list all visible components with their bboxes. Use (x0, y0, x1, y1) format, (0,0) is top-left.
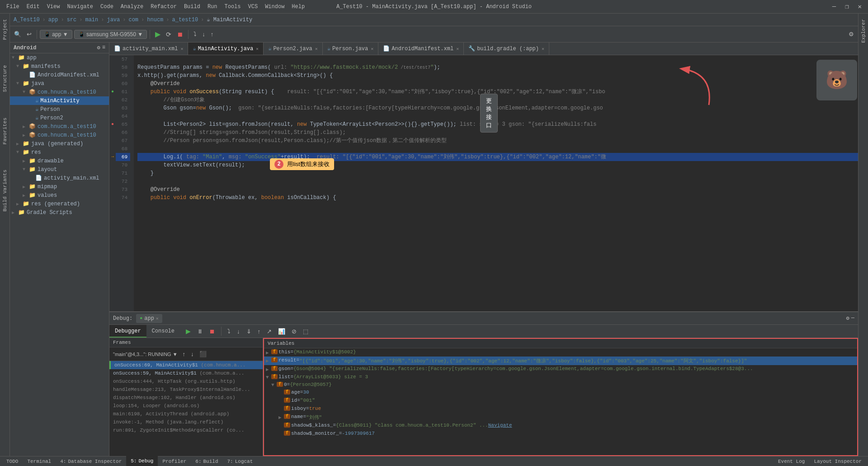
restore-layout-btn[interactable]: ⬚ (301, 327, 311, 336)
nav-hnucm[interactable]: hnucm (147, 17, 163, 23)
buildvariants-tool[interactable]: Build Variants (0, 166, 9, 215)
nav-mainactivity[interactable]: ☕ MainActivity (207, 16, 252, 23)
menu-navigate[interactable]: Navigate (64, 3, 96, 11)
gutter-breakpoint-65[interactable]: ● (109, 120, 116, 128)
var-age[interactable]: ▶ f age = 30 (264, 389, 857, 397)
sidebar-collapse-btn[interactable]: ≡ (102, 44, 105, 51)
frame-item-run[interactable]: run:891, ZygoteInit$MethodArgsCallerr (c… (109, 426, 263, 434)
tab-close-btn[interactable]: ✕ (180, 46, 183, 52)
menu-refactor[interactable]: Refactor (148, 3, 179, 11)
var-id[interactable]: ▶ f id = "001" (264, 397, 857, 405)
var-shadow-monitor[interactable]: ▶ f shadow$_monitor_ = -1997309617 (264, 430, 857, 438)
frame-item-taskproxy[interactable]: handleMessage:213, TaskProxy$InternalHan… (109, 385, 263, 394)
tree-gradle-scripts[interactable]: ▶ 📁 Gradle Scripts (10, 208, 109, 217)
tree-drawable[interactable]: ▶ 📁 drawable (10, 157, 109, 165)
frame-item-onsuccess-69[interactable]: onSuccess:69, MainActivity$1 (com.hnucm.… (109, 361, 263, 369)
tab-close-btn[interactable]: ✕ (315, 46, 318, 52)
var-list-0[interactable]: ▼ f 0 = {Person2@5057} (264, 381, 857, 389)
tab-terminal[interactable]: Terminal (23, 456, 56, 466)
debug-close-icon[interactable]: ✕ (156, 316, 159, 321)
nav-app[interactable]: app (48, 17, 58, 23)
tree-person[interactable]: ☕ Person (10, 105, 109, 114)
tab-androidmanifest[interactable]: 📄 AndroidManifest.xml ✕ (378, 43, 464, 55)
menu-build[interactable]: Build (181, 3, 203, 11)
minimize-button[interactable]: — (830, 2, 839, 11)
stop-debug-btn[interactable]: ⏹ (207, 327, 217, 336)
step-out[interactable]: ↑ (208, 29, 216, 39)
mute-breakpoints-btn[interactable]: ⊘ (289, 327, 299, 336)
tree-activity-main-xml[interactable]: 📄 activity_main.xml (10, 174, 109, 182)
force-step-into-btn[interactable]: ⇓ (244, 327, 254, 336)
frame-item-onsuccess-59[interactable]: onSuccess:59, MainActivity$1 (com.hnucm.… (109, 369, 263, 377)
step-over-btn[interactable]: ⤵ (225, 327, 233, 336)
step-over[interactable]: ⤵ (191, 29, 199, 39)
frames-up-btn[interactable]: ↑ (180, 349, 188, 359)
nav-java[interactable]: java (107, 17, 120, 23)
menu-vcs[interactable]: VCS (245, 3, 261, 11)
debug-settings-btn[interactable]: ⚙ (846, 315, 849, 322)
tab-database-inspector[interactable]: 4: Database Inspector (56, 456, 126, 466)
maximize-button[interactable]: ❐ (842, 2, 851, 11)
var-this[interactable]: ▶ f this = {MainActivity$1@5002} (264, 348, 857, 357)
nav-src[interactable]: src (67, 17, 77, 23)
app-selector[interactable]: 📱 app ▼ (40, 30, 72, 39)
var-result[interactable]: ▶ f result = "[{"id":"001","age":30,"nam… (264, 357, 857, 365)
nav-main[interactable]: main (85, 17, 98, 23)
frame-item-dispatchmessage[interactable]: dispatchMessage:102, Handler (android.os… (109, 394, 263, 402)
tree-manifests[interactable]: ▼ 📁 manifests (10, 62, 109, 71)
search-everywhere-btn[interactable]: 🔍 (12, 29, 24, 39)
debug-minimize-btn[interactable]: — (851, 315, 854, 322)
var-shadow-klass[interactable]: ▶ f shadow$_klass_ = {Class@5011} "class… (264, 422, 857, 430)
tab-eventlog[interactable]: Event Log (774, 456, 809, 466)
navigate-link[interactable]: Navigate (488, 423, 512, 428)
project-tool[interactable]: Project (0, 15, 9, 43)
resume-btn[interactable]: ▶ (184, 326, 193, 336)
step-into[interactable]: ↓ (200, 29, 208, 39)
tab-layout-inspector[interactable]: Layout Inspector (809, 456, 866, 466)
tree-package-test1[interactable]: ▶ 📦 com.hnucm.a_test10 (10, 122, 109, 131)
tab-todo[interactable]: TODO (2, 456, 23, 466)
var-gson[interactable]: ▶ f gson = {Gson@5004} "{serializeNulls:… (264, 365, 857, 373)
menu-window[interactable]: Window (262, 3, 287, 11)
debug-app-tab[interactable]: ● app ✕ (136, 314, 162, 323)
console-tab[interactable]: Console (146, 325, 180, 338)
tree-mainactivity[interactable]: ☕ MainActivity (10, 96, 109, 105)
sidebar-config-btn[interactable]: ⚙ (97, 44, 100, 51)
menu-view[interactable]: View (44, 3, 63, 11)
nav-com[interactable]: com (128, 17, 138, 23)
tab-profiler[interactable]: Profiler (158, 456, 191, 466)
undo-btn[interactable]: ↩ (24, 29, 34, 39)
menu-analyze[interactable]: Analyze (118, 3, 146, 11)
tree-mipmap[interactable]: ▶ 📁 mipmap (10, 182, 109, 191)
code-editor[interactable]: ● ● → 57 58 (109, 55, 858, 311)
tab-debug[interactable]: 5: Debug (126, 456, 158, 466)
frame-item-invoke[interactable]: invoke:-1, Method (java.lang.reflect) (109, 418, 263, 426)
tree-res[interactable]: ▼ 📁 res (10, 148, 109, 157)
explorer-tool[interactable]: Explorer (859, 15, 868, 47)
tab-person[interactable]: ☕ Person.java ✕ (323, 43, 378, 55)
frames-down-btn[interactable]: ↓ (189, 349, 196, 359)
tab-close-btn[interactable]: ✕ (256, 46, 259, 52)
tree-res-generated[interactable]: ▶ 📁 res (generated) (10, 200, 109, 208)
tree-package-main[interactable]: ▼ 📦 com.hnucm.a_test10 (10, 88, 109, 96)
frame-item-loop[interactable]: loop:154, Looper (android.os) (109, 402, 263, 410)
step-into-btn[interactable]: ↓ (235, 327, 242, 336)
evaluate-btn[interactable]: 📊 (276, 327, 288, 336)
tab-activity-main[interactable]: 📄 activity_main.xml ✕ (109, 43, 188, 55)
tab-close-btn[interactable]: ✕ (542, 46, 544, 52)
var-isboy[interactable]: ▶ f isboy = true (264, 405, 857, 413)
debugger-tab[interactable]: Debugger (109, 325, 146, 338)
tab-close-btn[interactable]: ✕ (371, 46, 373, 52)
tab-mainactivity[interactable]: ☕ MainActivity.java ✕ (188, 43, 264, 55)
tree-values[interactable]: ▶ 📁 values (10, 191, 109, 200)
run-to-cursor-btn[interactable]: ↗ (264, 327, 274, 336)
tree-java[interactable]: ▼ 📁 java (10, 79, 109, 88)
tab-build[interactable]: 6: Build (191, 456, 222, 466)
frames-thread-dropdown[interactable]: "main"@4,3...": RUNNING ▼ (111, 349, 179, 359)
frame-item-httptask[interactable]: onSuccess:444, HttpTask (org.xutils.http… (109, 377, 263, 385)
step-out-btn[interactable]: ↑ (255, 327, 263, 336)
menu-help[interactable]: Help (289, 3, 307, 11)
tree-layout[interactable]: ▼ 📁 layout (10, 165, 109, 174)
tab-close-btn[interactable]: ✕ (456, 46, 459, 52)
menu-run[interactable]: Run (205, 3, 220, 11)
